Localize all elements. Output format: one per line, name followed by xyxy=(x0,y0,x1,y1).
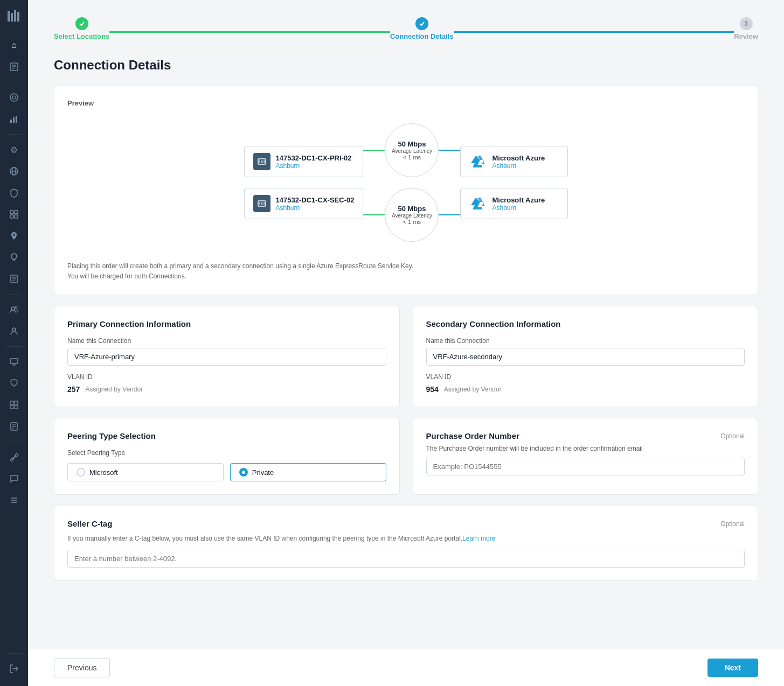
step-label-1: Select Locations xyxy=(54,32,109,40)
speed-column: 50 Mbps Average Latency < 1 ms 50 Mbps A… xyxy=(363,123,460,242)
step-circle-1 xyxy=(75,17,88,30)
svg-rect-18 xyxy=(10,215,13,218)
divider-5 xyxy=(6,442,22,442)
svg-rect-32 xyxy=(15,401,18,404)
ctag-section-header: Seller C-tag Optional xyxy=(67,519,745,528)
ctag-optional: Optional xyxy=(720,520,745,528)
step-select-locations: Select Locations xyxy=(54,17,109,40)
report-icon[interactable] xyxy=(4,417,24,436)
primary-latency-val: < 1 ms xyxy=(403,154,421,160)
primary-destination-box: Microsoft Azure Ashburn xyxy=(460,146,568,177)
primary-latency-label: Average Latency xyxy=(392,148,432,154)
home-icon[interactable]: ⌂ xyxy=(4,36,24,55)
orders-icon[interactable] xyxy=(4,57,24,76)
secondary-speed-row: 50 Mbps Average Latency < 1 ms xyxy=(363,188,460,242)
line-right-primary xyxy=(439,150,460,151)
location-icon[interactable] xyxy=(4,226,24,246)
secondary-section-title: Secondary Connection Information xyxy=(426,319,745,328)
svg-point-8 xyxy=(10,94,18,101)
ctag-input[interactable] xyxy=(67,550,745,568)
svg-point-25 xyxy=(11,307,15,310)
chat-icon[interactable] xyxy=(4,469,24,488)
preview-note-line2: You will be charged for both Connections… xyxy=(67,271,745,282)
globe-icon[interactable] xyxy=(4,162,24,181)
svg-rect-2 xyxy=(14,10,16,22)
primary-vlan-id: 257 xyxy=(67,385,80,394)
sidebar: ⌂ ⚙ xyxy=(0,0,28,686)
users-icon[interactable] xyxy=(4,300,24,319)
layers-icon[interactable] xyxy=(4,491,24,510)
secondary-dest-name: Microsoft Azure xyxy=(492,196,545,204)
primary-name-label: Name this Connection xyxy=(67,337,386,345)
secondary-latency-val: < 1 ms xyxy=(403,219,421,225)
peering-private-label: Private xyxy=(252,468,274,477)
primary-speed-row: 50 Mbps Average Latency < 1 ms xyxy=(363,123,460,177)
secondary-port-location: Ashburn xyxy=(276,204,355,212)
primary-connection-card: Primary Connection Information Name this… xyxy=(54,306,400,407)
monitor-icon[interactable] xyxy=(4,352,24,372)
svg-rect-0 xyxy=(8,11,10,22)
svg-point-26 xyxy=(15,306,17,309)
primary-port-box: 147532-DC1-CX-PRI-02 Ashburn xyxy=(244,146,364,177)
peering-microsoft-radio[interactable] xyxy=(77,468,85,477)
primary-port-icon xyxy=(253,153,270,170)
svg-rect-11 xyxy=(13,117,15,123)
chart-icon[interactable] xyxy=(4,109,24,129)
svg-rect-3 xyxy=(17,12,19,22)
step-label-3: Review xyxy=(734,32,758,40)
network-icon[interactable] xyxy=(4,88,24,107)
azure-icon-primary xyxy=(469,153,487,170)
po-input[interactable] xyxy=(426,458,745,475)
peering-card: Peering Type Selection Select Peering Ty… xyxy=(54,418,400,495)
health-icon[interactable] xyxy=(4,374,24,393)
line-left-primary xyxy=(363,150,385,151)
peering-microsoft-option[interactable]: Microsoft xyxy=(67,463,224,481)
secondary-connection-name-input[interactable] xyxy=(426,348,745,366)
next-button[interactable]: Next xyxy=(707,659,758,677)
lightbulb-icon[interactable] xyxy=(4,248,24,267)
previous-button[interactable]: Previous xyxy=(54,658,110,677)
divider-bottom xyxy=(6,653,22,654)
peering-po-section: Peering Type Selection Select Peering Ty… xyxy=(54,418,758,506)
settings-icon[interactable]: ⚙ xyxy=(4,140,24,159)
secondary-speed-circle: 50 Mbps Average Latency < 1 ms xyxy=(385,188,439,242)
line-right-secondary xyxy=(439,214,460,215)
peering-private-option[interactable]: Private xyxy=(230,463,386,481)
step-circle-3: 3 xyxy=(740,17,753,30)
shield-icon[interactable] xyxy=(4,183,24,202)
peering-microsoft-label: Microsoft xyxy=(89,468,118,477)
svg-rect-12 xyxy=(16,116,17,123)
primary-vlan-label: VLAN ID xyxy=(67,373,93,381)
ctag-learn-more-link[interactable]: Learn more xyxy=(462,535,495,542)
grid-icon[interactable] xyxy=(4,395,24,415)
peering-private-radio[interactable] xyxy=(239,468,248,477)
main-content: Select Locations Connection Details 3 Re… xyxy=(28,0,784,686)
logout-icon[interactable] xyxy=(4,659,24,678)
primary-speed-circle: 50 Mbps Average Latency < 1 ms xyxy=(385,123,439,177)
ports-column: 147532-DC1-CX-PRI-02 Ashburn 147532-DC1-… xyxy=(244,146,364,219)
connector-2 xyxy=(454,31,734,33)
puzzle-icon[interactable] xyxy=(4,205,24,224)
primary-vlan-assigned: Assigned by Vendor xyxy=(85,386,143,393)
preview-card: Preview 147532-DC1-CX-PRI-02 Ashburn xyxy=(54,86,758,295)
secondary-vlan-id: 954 xyxy=(426,385,439,394)
primary-speed-val: 50 Mbps xyxy=(398,140,426,148)
primary-port-id: 147532-DC1-CX-PRI-02 xyxy=(276,154,352,162)
secondary-connection-card: Secondary Connection Information Name th… xyxy=(413,306,759,407)
divider-2 xyxy=(6,134,22,135)
connector-1 xyxy=(109,31,390,33)
secondary-dest-location: Ashburn xyxy=(492,204,545,212)
primary-section-title: Primary Connection Information xyxy=(67,319,386,328)
secondary-port-box: 147532-DC1-CX-SEC-02 Ashburn xyxy=(244,188,364,219)
secondary-port-id: 147532-DC1-CX-SEC-02 xyxy=(276,196,355,204)
tools-icon[interactable] xyxy=(4,447,24,467)
secondary-port-icon xyxy=(253,195,270,212)
secondary-name-label: Name this Connection xyxy=(426,337,745,345)
person-icon[interactable] xyxy=(4,321,24,341)
svg-rect-1 xyxy=(11,13,13,22)
doc-icon[interactable] xyxy=(4,269,24,289)
po-description: The Purchase Order number will be includ… xyxy=(426,445,745,452)
peering-title: Peering Type Selection xyxy=(67,431,386,440)
svg-rect-33 xyxy=(10,405,13,409)
primary-connection-name-input[interactable] xyxy=(67,348,386,366)
